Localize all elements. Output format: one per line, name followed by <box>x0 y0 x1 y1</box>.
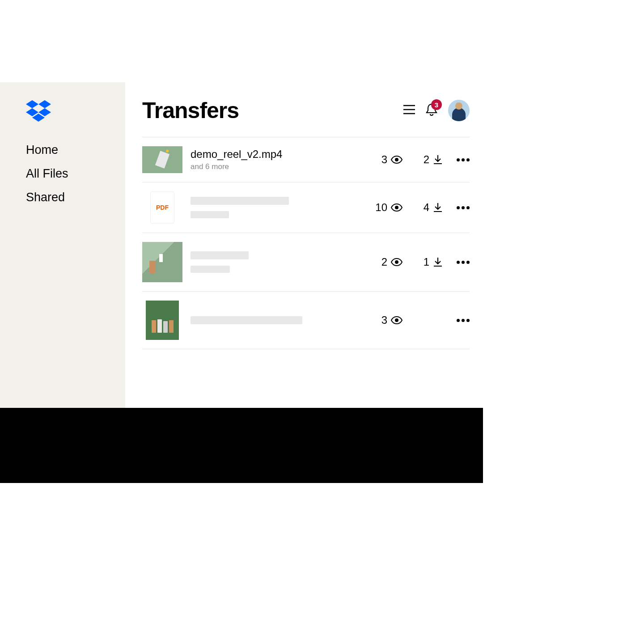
download-icon <box>433 257 443 267</box>
svg-point-0 <box>395 158 398 161</box>
eye-icon <box>391 316 402 324</box>
file-name: demo_reel_v2.mp4 <box>191 148 362 161</box>
notification-badge: 3 <box>431 99 442 110</box>
svg-point-2 <box>395 260 398 264</box>
views-stat: 3 <box>362 153 402 166</box>
svg-point-3 <box>395 318 398 322</box>
download-icon <box>433 203 443 212</box>
transfer-row[interactable]: 2 1 <box>142 233 470 292</box>
placeholder-text <box>191 316 302 324</box>
downloads-stat: 1 <box>402 256 443 268</box>
views-stat: 3 <box>362 314 402 326</box>
thumbnail <box>146 301 179 340</box>
sidebar-item-shared[interactable]: Shared <box>26 191 125 204</box>
notifications-button[interactable]: 3 <box>426 103 437 118</box>
transfers-list: demo_reel_v2.mp4 and 6 more 3 2 PDF 10 <box>142 137 470 349</box>
svg-point-1 <box>395 206 398 209</box>
sidebar: Home All Files Shared <box>0 82 125 408</box>
transfer-row[interactable]: 3 <box>142 292 470 349</box>
views-stat: 2 <box>362 256 402 268</box>
eye-icon <box>391 203 402 212</box>
pdf-label: PDF <box>156 204 169 211</box>
download-icon <box>433 155 443 165</box>
placeholder-text <box>191 251 249 259</box>
placeholder-text <box>191 211 229 218</box>
placeholder-text <box>191 266 230 273</box>
more-button[interactable] <box>443 206 470 209</box>
main-content: Transfers 3 demo_reel_v2.mp4 and 6 more <box>125 82 483 408</box>
eye-icon <box>391 156 402 164</box>
more-button[interactable] <box>443 158 470 161</box>
sidebar-item-home[interactable]: Home <box>26 143 125 157</box>
more-button[interactable] <box>443 319 470 322</box>
thumbnail <box>142 242 182 282</box>
eye-icon <box>391 258 402 266</box>
menu-icon[interactable] <box>403 105 415 116</box>
views-stat: 10 <box>362 201 402 214</box>
page-header: Transfers 3 <box>142 97 470 123</box>
more-button[interactable] <box>443 261 470 264</box>
page-title: Transfers <box>142 97 239 123</box>
thumbnail: PDF <box>150 191 174 224</box>
avatar[interactable] <box>448 100 470 121</box>
sidebar-item-all-files[interactable]: All Files <box>26 167 125 181</box>
transfer-row[interactable]: PDF 10 4 <box>142 182 470 233</box>
file-subtitle: and 6 more <box>191 162 362 171</box>
thumbnail <box>142 146 182 173</box>
downloads-stat: 2 <box>402 153 443 166</box>
downloads-stat: 4 <box>402 201 443 214</box>
dropbox-logo-icon[interactable] <box>26 100 125 123</box>
placeholder-text <box>191 197 289 205</box>
transfer-row[interactable]: demo_reel_v2.mp4 and 6 more 3 2 <box>142 137 470 182</box>
